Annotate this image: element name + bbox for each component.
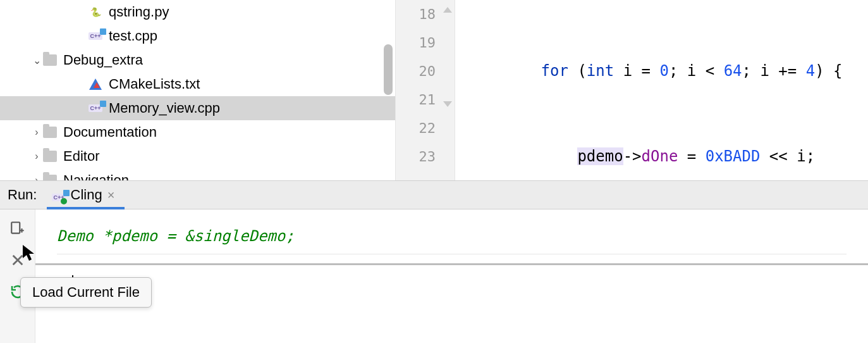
tree-item-qstring[interactable]: 🐍 qstring.py xyxy=(0,0,395,24)
project-tree[interactable]: 🐍 qstring.py C++ test.cpp ⌄ Debug_extra … xyxy=(0,0,395,180)
tree-item-label: test.cpp xyxy=(109,28,157,44)
tree-item-editor[interactable]: › Editor xyxy=(0,144,395,168)
cpp-file-icon: C++ xyxy=(89,29,102,43)
tab-cling[interactable]: C++ Cling × xyxy=(47,181,119,209)
folder-icon xyxy=(43,53,57,67)
fold-down-icon[interactable] xyxy=(443,101,452,110)
code-line-19: pdemo->dOne = 0xBADD << i; xyxy=(468,142,868,171)
gutter-line[interactable]: 18 xyxy=(396,0,455,28)
gutter-line[interactable]: 23 xyxy=(396,142,455,171)
fold-up-icon[interactable] xyxy=(443,4,452,13)
tree-item-label: Editor xyxy=(63,148,99,165)
code-line-18: for (int i = 0; i < 64; i += 4) { xyxy=(468,57,868,85)
folder-icon xyxy=(43,149,57,163)
console-divider xyxy=(35,263,868,265)
console-output-line: Demo *pdemo = &singleDemo; xyxy=(57,223,847,254)
tree-item-testcpp[interactable]: C++ test.cpp xyxy=(0,24,395,48)
run-label: Run: xyxy=(8,187,37,203)
svg-rect-0 xyxy=(11,222,20,233)
tree-item-memory-view[interactable]: C++ Memory_view.cpp xyxy=(0,96,395,120)
chevron-right-icon[interactable]: › xyxy=(30,127,43,138)
folder-icon xyxy=(43,173,57,180)
tree-item-label: qstring.py xyxy=(109,4,169,20)
gutter-line[interactable]: 20 xyxy=(396,57,455,85)
tree-item-label: Documentation xyxy=(63,124,157,140)
gutter-line[interactable]: 21 xyxy=(396,85,455,114)
line-number: 18 xyxy=(419,6,436,22)
run-console[interactable]: Demo *pdemo = &singleDemo; > xyxy=(35,209,868,343)
console-prompt-row[interactable]: > xyxy=(57,274,847,292)
chevron-down-icon[interactable]: ⌄ xyxy=(30,54,43,66)
python-file-icon: 🐍 xyxy=(89,5,102,19)
tree-scrollbar[interactable] xyxy=(384,0,393,180)
gutter-line[interactable]: 22 xyxy=(396,114,455,142)
line-number: 21 xyxy=(419,92,436,108)
tree-item-debug-extra[interactable]: ⌄ Debug_extra xyxy=(0,48,395,72)
scrollbar-thumb[interactable] xyxy=(384,44,393,95)
tree-item-label: Navigation xyxy=(63,172,129,180)
editor-gutter: 18 19 20 21 22 23 xyxy=(395,0,455,180)
folder-icon xyxy=(43,125,57,139)
close-tab-icon[interactable]: × xyxy=(107,188,115,203)
chevron-right-icon[interactable]: › xyxy=(30,175,43,180)
line-number: 19 xyxy=(419,35,436,51)
tree-item-cmakelists[interactable]: CMakeLists.txt xyxy=(0,72,395,96)
close-button[interactable] xyxy=(8,250,28,270)
line-number: 20 xyxy=(419,63,436,79)
tree-item-documentation[interactable]: › Documentation xyxy=(0,120,395,144)
cpp-file-icon: C++ xyxy=(89,101,102,115)
run-panel: Run: C++ Cling × Demo *pdemo = &sing xyxy=(0,180,868,343)
tree-item-navigation[interactable]: › Navigation xyxy=(0,168,395,180)
tooltip-load-current-file: Load Current File xyxy=(20,277,152,308)
gutter-line[interactable]: 19 xyxy=(396,28,455,57)
tree-item-label: Memory_view.cpp xyxy=(109,100,220,116)
tooltip-text: Load Current File xyxy=(32,284,140,300)
load-file-button[interactable] xyxy=(8,218,28,239)
line-number: 22 xyxy=(419,120,436,136)
cmake-file-icon xyxy=(89,77,102,91)
tree-item-label: Debug_extra xyxy=(63,52,143,68)
run-toolbar xyxy=(0,209,35,343)
run-tab-bar: Run: C++ Cling × xyxy=(0,181,868,209)
chevron-right-icon[interactable]: › xyxy=(30,151,43,162)
code-editor[interactable]: for (int i = 0; i < 64; i += 4) { pdemo-… xyxy=(455,0,868,180)
cpp-run-icon: C++ xyxy=(52,187,65,203)
tree-item-label: CMakeLists.txt xyxy=(109,76,200,92)
line-number: 23 xyxy=(419,149,436,165)
tab-label: Cling xyxy=(71,187,102,203)
